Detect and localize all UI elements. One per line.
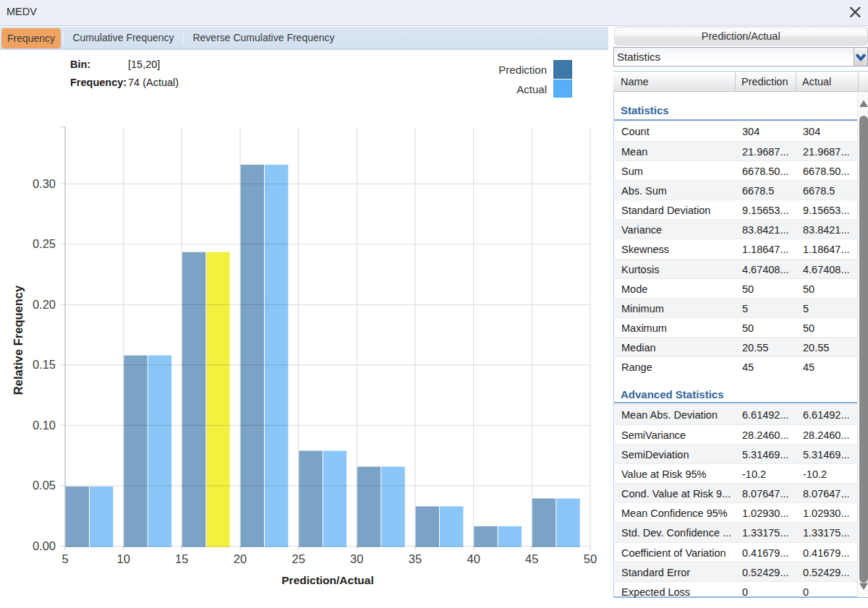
svg-text:0.00: 0.00: [33, 539, 56, 552]
svg-text:15: 15: [175, 552, 188, 565]
svg-text:0.05: 0.05: [33, 479, 56, 492]
svg-text:30: 30: [350, 552, 363, 565]
svg-text:0.15: 0.15: [33, 358, 56, 371]
svg-text:Relative Frequency: Relative Frequency: [12, 285, 25, 395]
svg-text:20: 20: [234, 552, 247, 565]
svg-text:25: 25: [292, 552, 305, 565]
svg-text:45: 45: [525, 552, 538, 565]
svg-text:0.30: 0.30: [33, 177, 56, 190]
svg-text:40: 40: [467, 552, 480, 565]
svg-text:5: 5: [61, 552, 68, 565]
svg-text:0.25: 0.25: [33, 237, 56, 250]
svg-text:35: 35: [409, 552, 422, 565]
svg-text:Prediction/Actual: Prediction/Actual: [281, 574, 373, 586]
svg-text:10: 10: [117, 552, 130, 565]
svg-text:0.20: 0.20: [33, 298, 56, 311]
svg-text:50: 50: [584, 552, 597, 565]
svg-text:0.10: 0.10: [33, 419, 56, 432]
